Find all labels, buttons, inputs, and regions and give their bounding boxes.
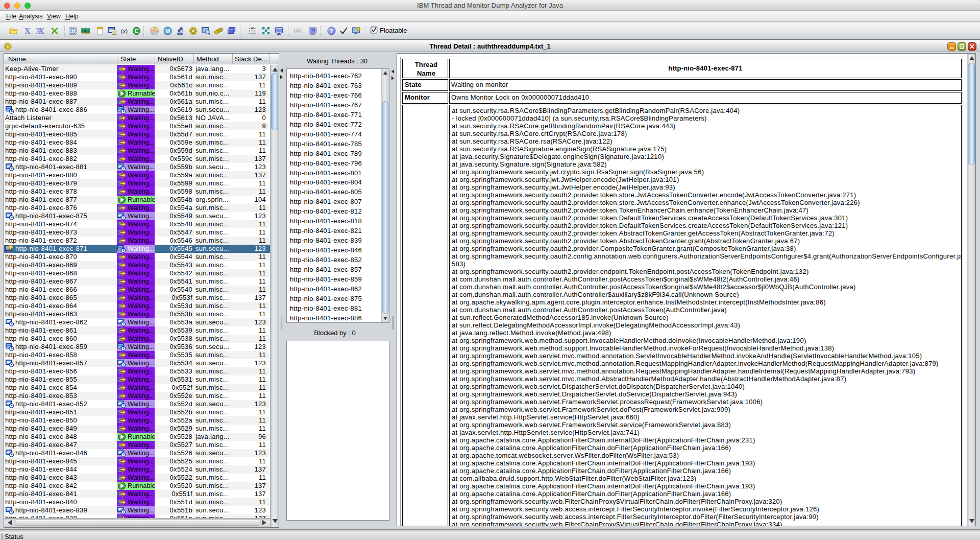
svg-text:X: X [24, 27, 31, 35]
svg-text:X: X [38, 27, 44, 35]
svg-text:?: ? [330, 28, 333, 35]
svg-text:M: M [165, 28, 170, 34]
svg-text:C: C [134, 28, 139, 35]
svg-text:(x): (x) [121, 28, 128, 34]
